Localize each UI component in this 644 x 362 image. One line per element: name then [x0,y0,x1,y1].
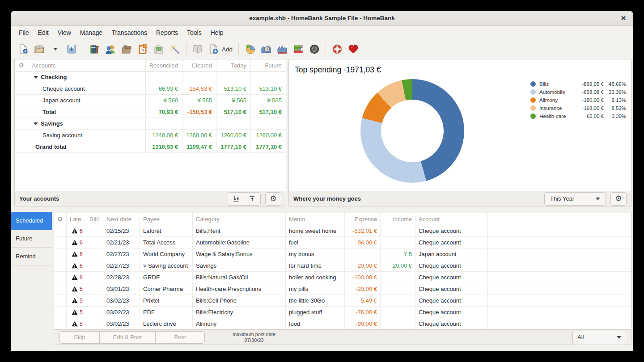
menu-view[interactable]: View [53,27,76,38]
scheduled-row[interactable]: 503/01/23Corner PharmaHealth-care:Prescr… [54,283,631,295]
account-amount: 513,10 € [216,83,250,94]
statistics-button[interactable] [242,41,258,57]
scheduled-row[interactable]: 602/27/23> Saving accountSavingsfor hard… [54,260,631,272]
account-amount [182,118,216,129]
scheduled-row[interactable]: 503/02/23PrixtelBills:Cell Phonethe litt… [54,295,631,307]
budget-button[interactable] [290,41,306,57]
warning-icon [72,263,78,269]
scheduled-column-header[interactable]: Account [415,213,488,225]
categories-button[interactable] [119,41,135,57]
filter-dropdown[interactable]: All [572,331,626,344]
account-row[interactable]: Checking [15,72,286,83]
menu-edit[interactable]: Edit [34,27,53,38]
caret-down-icon[interactable] [34,122,38,125]
row-gutter [15,130,28,141]
next-date-cell: 03/02/23 [103,307,140,318]
row-gutter [54,225,67,236]
close-icon[interactable]: ✕ [619,14,627,22]
late-count: 5 [80,309,83,316]
chart-settings-button[interactable]: ⚙ [610,192,627,206]
account-row[interactable]: Cheque account66,93 €-154,53 €513,10 €51… [15,83,286,95]
legend-percent: 45.66% [604,81,626,87]
accounts-settings-button[interactable]: ⚙ [265,192,281,206]
menu-help[interactable]: Help [206,27,228,38]
accounts-header-gear[interactable]: ⚙ [15,59,28,71]
next-date-cell: 03/02/23 [103,295,140,306]
legend-amount: -180,00 € [574,97,604,103]
late-cell: 6 [67,272,86,283]
save-button[interactable] [64,41,80,57]
tab-scheduled[interactable]: Scheduled [11,212,52,230]
open-recent-button[interactable] [47,41,64,57]
add-transaction-button[interactable]: Add [206,41,235,57]
scheduled-button[interactable]: 3 [135,41,151,57]
menu-manage[interactable]: Manage [76,27,107,38]
svg-text:3: 3 [141,48,144,52]
scheduled-column-header[interactable]: Expense [345,213,381,225]
legend-percent: 33.39% [604,89,626,95]
legend-swatch [530,105,536,111]
accounts-column-header[interactable]: Cleared [182,59,216,71]
post-button[interactable]: Post [156,331,205,344]
scheduled-header-gear[interactable]: ⚙ [54,213,67,225]
account-row[interactable]: Total70,93 €-150,53 €517,10 €517,10 € [15,106,286,118]
scheduled-row[interactable]: 602/21/23Total AccessAutomobile:Gasoline… [54,237,631,248]
menu-tools[interactable]: Tools [182,27,206,38]
collapse-all-button[interactable] [244,192,261,206]
tab-remind[interactable]: Remind [11,248,52,265]
open-recent-arrow-icon [53,48,58,51]
assign-button[interactable] [167,41,183,57]
scheduled-row[interactable]: 602/15/23LaforêtBills:Renthome sweet hom… [54,225,631,237]
vehicle-cost-button[interactable] [306,41,322,57]
payee-cell: GRDF [140,272,193,283]
scheduled-row[interactable]: 503/02/23Leclerc driveAlimonyfood-90,00 … [54,318,631,330]
archive-button[interactable] [151,41,167,57]
scheduled-row[interactable]: 602/27/23World CompanyWage & Salary:Bonu… [54,248,631,260]
account-row[interactable]: Savings [15,118,286,130]
accounts-header-row: ⚙AccountsReconciledClearedTodayFuture [15,59,286,72]
accounts-button[interactable] [86,41,102,57]
scheduled-column-header[interactable]: Still [86,213,103,225]
account-row[interactable]: Saving account1240,00 €1260,00 €1260,00 … [15,130,286,141]
expand-all-button[interactable] [228,192,244,206]
account-row[interactable]: Grand total1310,93 €1109,47 €1777,10 €17… [15,141,286,153]
help-donate-button[interactable] [329,41,345,57]
payees-button[interactable] [102,41,119,57]
scheduled-column-header[interactable]: Next date [103,213,140,225]
new-file-button[interactable] [15,41,31,57]
scheduled-column-header[interactable]: Late [67,213,86,225]
accounts-column-header[interactable]: Today [216,59,250,71]
accounts-column-header[interactable]: Accounts [28,62,145,69]
scheduled-row[interactable]: 503/02/23EDFBills:Electricityplugged stu… [54,307,631,318]
accounts-footer-label: Your accounts [19,195,228,202]
account-row[interactable]: Japan account¥ 560¥ 565¥ 565¥ 565 [15,95,286,106]
next-date-cell: 02/27/23 [103,248,140,260]
open-file-icon [34,44,45,55]
donate-heart-button[interactable] [345,41,361,57]
account-amount: ¥ 565 [182,95,216,106]
caret-down-icon[interactable] [34,76,38,79]
scheduled-column-header[interactable]: Category [193,213,286,225]
late-count: 6 [80,239,83,246]
accounts-column-header[interactable]: Reconciled [145,59,182,71]
menu-transactions[interactable]: Transactions [107,27,152,38]
scheduled-column-header[interactable]: Income [381,213,415,225]
scheduled-column-header[interactable]: Payee [140,213,193,225]
skip-button[interactable]: Skip [59,331,100,344]
menu-reports[interactable]: Reports [152,27,182,38]
scheduled-column-header[interactable]: Memo [286,213,345,225]
save-icon [66,44,77,55]
edit-post-button[interactable]: Edit & Post [100,331,156,344]
accounts-column-header[interactable]: Future [250,59,286,71]
ledger-button[interactable] [190,41,206,57]
tab-future[interactable]: Future [11,230,52,248]
warning-icon [72,309,78,315]
range-dropdown[interactable]: This Year [544,192,606,206]
balance-report-button[interactable] [274,41,290,57]
menu-file[interactable]: File [14,27,34,38]
accounts-icon [89,44,100,55]
trendtime-button[interactable] [258,41,274,57]
open-file-button[interactable] [31,41,47,57]
late-cell: 5 [67,318,86,329]
scheduled-row[interactable]: 602/28/23GRDFBills:Natural Gas/Oilboiler… [54,272,631,283]
